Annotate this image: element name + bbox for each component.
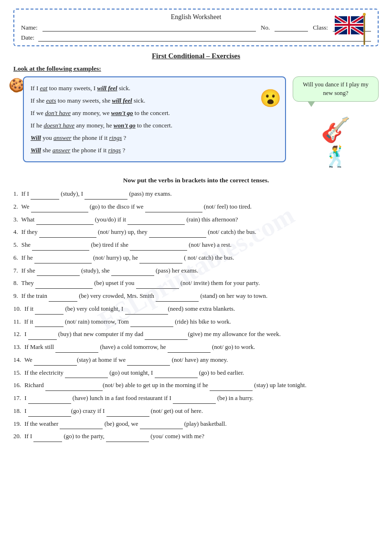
list-item: 8. They (be) upset if you (not/ invite) … <box>13 278 379 289</box>
speech-bubble: Will you dance if I play my new song? <box>293 76 379 102</box>
ex5-answer: answer <box>53 134 72 141</box>
dancing-figure-icon: 🕺 <box>323 145 348 168</box>
blank <box>32 243 89 251</box>
guitar-character-icon: 🎸 <box>321 116 350 144</box>
blank <box>130 320 173 327</box>
examples-block: 🍪 😮 If I eat too many sweets, I will fee… <box>13 76 379 168</box>
list-item: 15. If the electricity (go) out tonight,… <box>13 368 379 379</box>
list-item: 17. I (have) lunch in a fast food restau… <box>13 393 379 404</box>
flag-icon <box>335 12 373 46</box>
example-1: If I eat too many sweets, I will feel si… <box>31 82 278 95</box>
date-row: Date: <box>21 34 371 42</box>
blank <box>106 435 149 442</box>
blank <box>60 422 103 429</box>
name-line <box>42 24 256 32</box>
blank <box>31 205 88 212</box>
ex6-answer: answer <box>53 147 71 154</box>
blank <box>28 333 57 340</box>
blank <box>34 358 77 366</box>
date-label: Date: <box>21 34 34 42</box>
blank <box>36 218 94 225</box>
blank <box>139 256 182 263</box>
list-item: 10. If it (be) very cold tonight, I (nee… <box>13 304 379 315</box>
list-item: 13. If Mark still (have) a cold tomorrow… <box>13 342 379 353</box>
no-label: No. <box>261 24 270 32</box>
ex5-rings: rings <box>109 134 122 141</box>
header-title: English Worksheet <box>21 13 371 21</box>
list-item: 14. We (stay) at home if we (not/ have) … <box>13 355 379 366</box>
list-item: 19. If the weather (be) good, we (play) … <box>13 419 379 430</box>
blank <box>156 295 199 302</box>
svg-point-10 <box>363 13 366 16</box>
ex2-eats: eats <box>46 97 56 104</box>
list-item: 18. I (go) crazy if I (not/ get) out of … <box>13 406 379 417</box>
exercise-list: 1. If I (study), I (pass) my exams. 2. W… <box>13 189 379 442</box>
blank <box>140 422 183 429</box>
ex4-doesnt: doesn't have <box>43 122 74 129</box>
blank <box>155 371 198 378</box>
ex4-wontgo: won't go <box>114 122 136 129</box>
blank <box>34 256 92 263</box>
ex3-wontgo: won't go <box>111 109 133 116</box>
list-item: 5. She (be) tired if she (not/ have) a r… <box>13 240 379 251</box>
examples-box: 😮 If I eat too many sweets, I will feel … <box>23 76 286 162</box>
page: ESLprintables.com <box>0 0 392 558</box>
blank <box>33 435 62 442</box>
svg-rect-8 <box>335 24 363 26</box>
header-fields-row: Name: No. Class: <box>21 24 371 32</box>
ex1-willfeel: will feel <box>97 84 117 92</box>
list-item: 1. If I (study), I (pass) my exams. <box>13 189 379 200</box>
blank <box>173 397 216 404</box>
section-title: First Conditional – Exercises <box>13 52 379 60</box>
blank <box>45 384 103 391</box>
blank <box>127 358 170 366</box>
ex5-will: Will <box>31 134 41 141</box>
blank <box>210 384 253 391</box>
examples-right: Will you dance if I play my new song? 🎸 … <box>293 76 379 168</box>
blank <box>85 192 127 200</box>
blank <box>55 346 98 353</box>
ex6-will: Will <box>31 147 41 154</box>
blank <box>145 333 188 340</box>
blank <box>65 371 108 378</box>
blank <box>106 410 149 417</box>
list-item: 12. I (buy) that new computer if my dad … <box>13 329 379 340</box>
list-item: 4. If they (not/ hurry) up, they (not/ c… <box>13 227 379 238</box>
ex6-rings: rings <box>108 147 121 154</box>
smiley-icon: 😮 <box>260 81 281 116</box>
example-4: If he doesn't have any money, he won't g… <box>31 119 278 132</box>
blank <box>35 307 64 315</box>
list-item: 3. What (you/do) if it (rain) this after… <box>13 215 379 225</box>
blank <box>28 410 71 417</box>
blank <box>37 269 80 276</box>
blank <box>28 397 71 404</box>
exercises-intro: Now put the verbs in brackets into the c… <box>13 177 379 184</box>
examples-label: Look at the following examples: <box>13 65 379 73</box>
name-label: Name: <box>21 24 38 32</box>
blank <box>35 320 64 327</box>
blank <box>149 231 206 238</box>
ex3-donthave: don't have <box>45 109 71 116</box>
blank <box>39 231 96 238</box>
list-item: 7. If she (study), she (pass) her exams. <box>13 266 379 276</box>
date-line <box>38 34 371 42</box>
blank <box>31 192 59 200</box>
example-3: If we don't have any money, we won't go … <box>31 107 278 119</box>
example-6: Will she answer the phone if it rings ? <box>31 144 278 157</box>
list-item: 16. Richard (not/ be) able to get up in … <box>13 380 379 391</box>
ex1-eat: eat <box>40 84 48 92</box>
list-item: 6. If he (not/ hurry) up, he ( not/ catc… <box>13 253 379 263</box>
blank <box>168 346 211 353</box>
ex2-willfeel: will feel <box>112 97 132 104</box>
blank <box>125 307 168 315</box>
blank <box>35 282 93 289</box>
list-item: 9. If the train (be) very crowded, Mrs. … <box>13 291 379 302</box>
blank <box>49 295 77 302</box>
blank <box>145 205 202 212</box>
blank <box>136 282 179 289</box>
list-item: 11. If it (not/ rain) tomorrow, Tom (rid… <box>13 317 379 327</box>
no-line <box>275 24 308 32</box>
class-label: Class: <box>313 24 328 32</box>
list-item: 2. We (go) to the disco if we (not/ feel… <box>13 202 379 212</box>
example-5: Will you answer the phone if it rings ? <box>31 132 278 144</box>
